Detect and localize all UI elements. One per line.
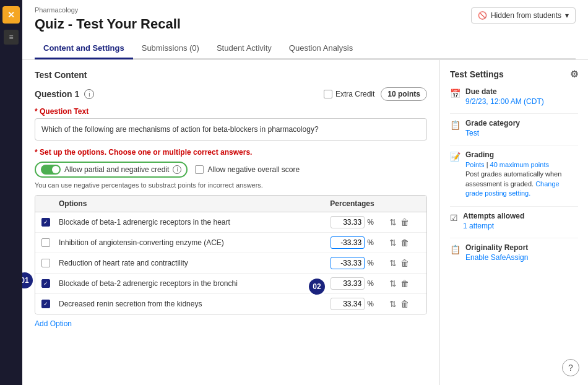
originality-content: Originality Report Enable SafeAssign (465, 243, 578, 262)
tab-question-analysis[interactable]: Question Analysis (280, 38, 361, 59)
grade-category-content: Grade category Test (465, 119, 578, 137)
row-check-4[interactable] (41, 279, 59, 288)
header-actions: 🚫 Hidden from students ▾ (471, 7, 576, 24)
question-label: Question 1 (35, 89, 79, 99)
row-check-1[interactable] (41, 218, 59, 227)
delete-icon-5[interactable]: 🗑 (400, 299, 409, 309)
col-options-header: Options (59, 199, 315, 208)
reorder-icon-2[interactable]: ⇅ (389, 238, 397, 248)
grading-links: Points | 40 maximum points (465, 160, 578, 170)
row-pct-2: % (315, 236, 389, 249)
row-actions-5: ⇅ 🗑 (389, 299, 420, 309)
attempts-value[interactable]: 1 attempt (463, 222, 578, 230)
tab-content-settings[interactable]: Content and Settings (35, 38, 133, 59)
table-row: Decreased renin secretion from the kidne… (35, 294, 426, 314)
negative-score-label[interactable]: Allow negative overall score (195, 165, 300, 174)
row-pct-3: % (315, 257, 389, 269)
delete-icon-4[interactable]: 🗑 (400, 279, 409, 288)
originality-setting: 📋 Originality Report Enable SafeAssign (450, 243, 578, 262)
tab-submissions[interactable]: Submissions (0) (133, 38, 208, 59)
row-check-3[interactable] (41, 259, 59, 267)
right-panel: Test Settings ⚙ 📅 Due date 9/2/23, 12:00… (439, 60, 588, 385)
hint-text: You can use negative percentages to subs… (35, 181, 427, 189)
attempts-heading: Attempts allowed (463, 212, 578, 220)
options-table: Options Percentages Blockade of beta-1 a… (35, 195, 427, 314)
due-date-heading: Due date (465, 87, 578, 96)
pct-input-3[interactable] (331, 257, 365, 269)
pct-input-2[interactable] (331, 236, 365, 249)
grade-category-value[interactable]: Test (465, 129, 578, 137)
sidebar-nav-icon[interactable]: ≡ (4, 30, 19, 45)
row-text-4: Blockade of beta-2 adrenergic receptors … (59, 279, 315, 288)
row-pct-5: % (315, 298, 389, 310)
question-text-label: * Question Text (35, 107, 427, 116)
grade-category-icon: 📋 (450, 120, 460, 137)
question-info-icon[interactable]: i (84, 89, 94, 99)
points-badge: 10 points (381, 87, 427, 101)
extra-credit-label[interactable]: Extra Credit (324, 90, 374, 98)
main-content: Pharmacology Quiz - Test Your Recall 🚫 H… (22, 0, 588, 385)
row-check-2[interactable] (41, 238, 59, 247)
delete-icon-2[interactable]: 🗑 (400, 238, 409, 248)
eye-off-icon: 🚫 (478, 11, 487, 20)
extra-credit-checkbox-visual (324, 90, 332, 98)
pct-input-5[interactable] (331, 298, 365, 310)
max-points-link[interactable]: 40 maximum points (490, 161, 549, 168)
toggle-switch (41, 165, 61, 175)
hidden-from-students-button[interactable]: 🚫 Hidden from students ▾ (471, 7, 576, 24)
row-check-5[interactable] (41, 300, 59, 308)
points-link[interactable]: Points (465, 161, 485, 168)
due-date-value[interactable]: 9/2/23, 12:00 AM (CDT) (465, 97, 578, 106)
pct-input-4[interactable] (331, 277, 365, 290)
grading-text: Post grades automatically when assessmen… (465, 170, 578, 198)
toggle-row: Allow partial and negative credit i Allo… (35, 162, 427, 178)
toggle-knob (52, 166, 59, 173)
toggle-label: Allow partial and negative credit (64, 165, 169, 174)
table-row: Blockade of beta-2 adrenergic receptors … (35, 274, 426, 294)
reorder-icon-4[interactable]: ⇅ (389, 279, 397, 288)
table-row: Inhibition of angiotensin-converting enz… (35, 233, 426, 253)
pct-input-1[interactable] (331, 216, 365, 228)
question-text-box[interactable]: Which of the following are mechanisms of… (35, 118, 427, 141)
grading-icon: 📝 (450, 152, 460, 199)
table-header: Options Percentages (35, 196, 426, 212)
delete-icon-1[interactable]: 🗑 (400, 217, 409, 227)
reorder-icon-3[interactable]: ⇅ (389, 258, 397, 268)
chevron-down-icon: ▾ (565, 11, 569, 20)
sidebar: ✕ ≡ (0, 0, 22, 385)
originality-icon: 📋 (450, 244, 460, 262)
row-actions-3: ⇅ 🗑 (389, 258, 420, 268)
settings-gear-icon[interactable]: ⚙ (570, 69, 578, 80)
grading-heading: Grading (465, 150, 578, 159)
originality-value[interactable]: Enable SafeAssign (465, 253, 578, 262)
row-text-5: Decreased renin secretion from the kidne… (59, 300, 315, 308)
tab-student-activity[interactable]: Student Activity (208, 38, 280, 59)
content-area: Test Content Question 1 i Extra Credit 1… (22, 60, 588, 385)
grading-setting: 📝 Grading Points | 40 maximum points Pos… (450, 150, 578, 199)
section-title: Test Content (35, 70, 427, 80)
col-pct-header: Percentages (315, 199, 389, 208)
attempts-setting: ☑ Attempts allowed 1 attempt (450, 212, 578, 230)
originality-heading: Originality Report (465, 243, 578, 252)
table-row: Reduction of heart rate and contractilit… (35, 253, 426, 274)
toggle-info-icon[interactable]: i (173, 165, 181, 174)
left-panel: Test Content Question 1 i Extra Credit 1… (22, 60, 439, 385)
grade-category-heading: Grade category (465, 119, 578, 128)
partial-credit-toggle[interactable]: Allow partial and negative credit i (35, 162, 188, 178)
question-header: Question 1 i Extra Credit 10 points (35, 87, 427, 101)
attempts-icon: ☑ (450, 213, 458, 230)
calendar-icon: 📅 (450, 89, 460, 106)
row-text-3: Reduction of heart rate and contractilit… (59, 259, 315, 267)
due-date-content: Due date 9/2/23, 12:00 AM (CDT) (465, 87, 578, 106)
reorder-icon-5[interactable]: ⇅ (389, 299, 397, 309)
help-button[interactable]: ? (562, 359, 579, 376)
grade-category-setting: 📋 Grade category Test (450, 119, 578, 137)
attempts-content: Attempts allowed 1 attempt (463, 212, 578, 230)
sidebar-close-button[interactable]: ✕ (2, 6, 20, 24)
reorder-icon-1[interactable]: ⇅ (389, 217, 397, 227)
test-settings-title: Test Settings ⚙ (450, 69, 578, 80)
add-option-link[interactable]: Add Option (35, 319, 72, 328)
delete-icon-3[interactable]: 🗑 (400, 258, 409, 268)
col-check-header (41, 199, 59, 208)
row-actions-1: ⇅ 🗑 (389, 217, 420, 227)
